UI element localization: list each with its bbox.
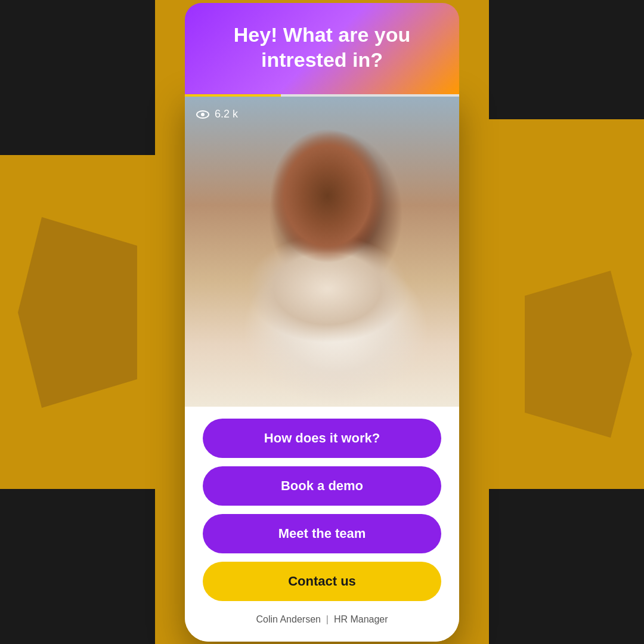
face-layer bbox=[185, 97, 459, 407]
svg-point-1 bbox=[201, 113, 205, 116]
footer-person-name: Colin Andersen bbox=[256, 614, 321, 624]
meet-team-button[interactable]: Meet the team bbox=[203, 514, 441, 553]
eye-icon bbox=[196, 107, 210, 122]
header-bubble: Hey! What are you intrested in? bbox=[185, 3, 459, 94]
footer-person-role: HR Manager bbox=[334, 614, 388, 624]
bg-shape-right bbox=[525, 271, 632, 438]
bg-shape-left bbox=[18, 217, 137, 408]
footer: Colin Andersen | HR Manager bbox=[185, 607, 459, 642]
header-title: Hey! What are you intrested in? bbox=[209, 22, 435, 73]
contact-us-button[interactable]: Contact us bbox=[203, 562, 441, 601]
phone-wrapper: Hey! What are you intrested in? 6.2 k Ho… bbox=[179, 3, 465, 642]
how-it-works-button[interactable]: How does it work? bbox=[203, 419, 441, 458]
book-demo-button[interactable]: Book a demo bbox=[203, 466, 441, 506]
view-count-text: 6.2 k bbox=[215, 108, 238, 120]
video-area: 6.2 k bbox=[185, 97, 459, 407]
corner-bl bbox=[0, 489, 155, 644]
corner-br bbox=[489, 489, 644, 644]
view-count-container: 6.2 k bbox=[196, 107, 238, 122]
phone-card: 6.2 k How does it work? Book a demo Meet… bbox=[185, 94, 459, 642]
buttons-area: How does it work? Book a demo Meet the t… bbox=[185, 407, 459, 607]
